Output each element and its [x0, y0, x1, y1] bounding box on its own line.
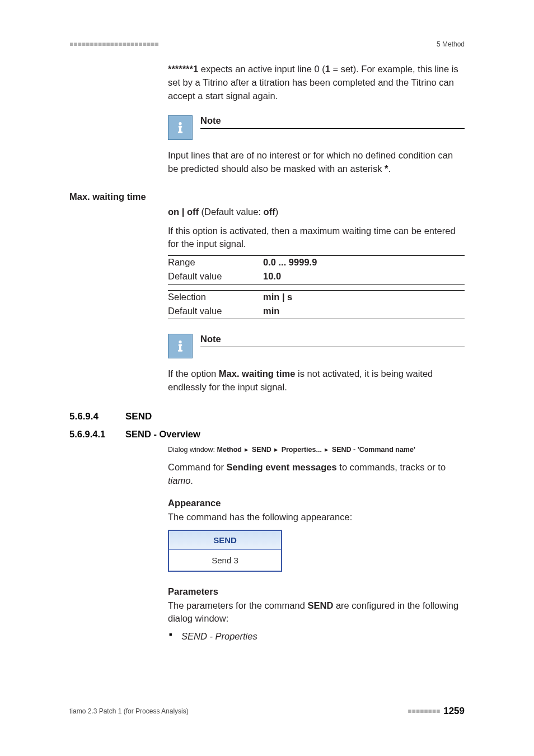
heading-send-ov: 5.6.9.4.1 SEND - Overview [69, 429, 465, 440]
cmdbox-top: SEND [169, 531, 281, 550]
spec1-k2: Default value [168, 271, 263, 282]
spec2-k2: Default value [168, 306, 263, 316]
note-block-2: Note If the option Max. waiting time is … [168, 334, 465, 394]
spec1-v2: 10.0 [263, 271, 465, 282]
svg-rect-7 [178, 350, 182, 352]
params-bullet-1: SEND - Properties [181, 631, 257, 641]
list-item: SEND - Properties [168, 630, 465, 643]
params-before: The parameters for the command [168, 600, 307, 610]
heading-send-num: 5.6.9.4 [69, 411, 125, 422]
triangle-icon: ▸ [274, 445, 278, 455]
note2-title: Note [200, 334, 465, 347]
maxwait-desc: If this option is activated, then a maxi… [168, 225, 465, 251]
svg-point-0 [179, 122, 181, 125]
maxwait-toggle: on | off [168, 207, 199, 217]
spec-table-selection: Selection min | s Default value min [168, 290, 465, 319]
maxwait-toggle-s1: (Default value: [199, 207, 264, 217]
send-command-box: SEND Send 3 [168, 530, 282, 572]
intro-text-1: expects an active input line 0 ( [198, 64, 325, 74]
svg-point-4 [179, 340, 181, 343]
send-desc-after: . [190, 475, 193, 486]
spec2-v1: min | s [263, 292, 465, 302]
cmdbox-bot: Send 3 [169, 550, 281, 571]
svg-rect-2 [179, 126, 181, 132]
intro-pattern: *******1 [168, 64, 198, 74]
footer-ornament: ■■■■■■■■ [407, 707, 440, 715]
dialog-p2: SEND [252, 446, 271, 454]
maxwait-toggle-s2: ) [275, 207, 279, 217]
maxwait-label: Max. waiting time [69, 192, 465, 202]
intro-paragraph: *******1 expects an active input line 0 … [168, 63, 465, 103]
svg-rect-3 [178, 131, 182, 133]
heading-send-title: SEND [125, 411, 152, 422]
page-number: 1259 [443, 706, 465, 717]
send-command-desc: Command for Sending event messages to co… [168, 461, 465, 488]
note1-body-after: . [388, 164, 391, 174]
footer-product: tiamo 2.3 Patch 1 (for Process Analysis) [69, 707, 189, 715]
parameters-desc: The parameters for the command SEND are … [168, 599, 465, 626]
maxwait-toggle-default: off [264, 207, 275, 217]
dialog-p4: SEND - 'Command name' [332, 446, 415, 454]
heading-send-ov-num: 5.6.9.4.1 [69, 429, 125, 440]
send-desc-before: Command for [168, 462, 227, 472]
note2-body: If the option Max. waiting time is not a… [168, 367, 465, 394]
dialog-p1: Method [217, 446, 242, 454]
maxwait-toggle-line: on | off (Default value: off) [168, 206, 465, 219]
parameters-list: SEND - Properties [168, 630, 465, 643]
spec1-v1: 0.0 ... 9999.9 [263, 257, 465, 268]
heading-send-ov-title: SEND - Overview [125, 429, 200, 440]
dialog-path: Dialog window: Method ▸ SEND ▸ Propertie… [168, 445, 465, 455]
note1-body: Input lines that are of no interest or f… [168, 149, 465, 176]
info-icon [168, 334, 193, 358]
parameters-heading: Parameters [168, 586, 465, 597]
header-ornament-left: ■■■■■■■■■■■■■■■■■■■■■■ [69, 40, 158, 48]
note2-bold: Max. waiting time [219, 368, 296, 379]
info-icon [168, 115, 193, 140]
params-bold: SEND [307, 600, 333, 610]
send-desc-mid: to commands, tracks or to [337, 462, 446, 472]
svg-rect-6 [179, 344, 181, 351]
header-section: 5 Method [437, 40, 465, 48]
send-desc-bold: Sending event messages [227, 462, 337, 472]
spec1-k1: Range [168, 257, 263, 268]
triangle-icon: ▸ [245, 445, 249, 455]
send-desc-ital: tiamo [168, 475, 190, 486]
note2-before: If the option [168, 368, 219, 379]
dialog-p3: Properties... [282, 446, 322, 454]
heading-send: 5.6.9.4 SEND [69, 411, 465, 422]
spec2-v2: min [263, 306, 465, 316]
spec-table-range: Range 0.0 ... 9999.9 Default value 10.0 [168, 255, 465, 284]
intro-one: 1 [325, 64, 330, 74]
dialog-label: Dialog window: [168, 446, 217, 454]
note-block-1: Note Input lines that are of no interest… [168, 115, 465, 176]
note1-title: Note [200, 115, 465, 129]
spec2-k1: Selection [168, 292, 263, 302]
appearance-desc: The command has the following appearance… [168, 511, 465, 524]
note1-body-before: Input lines that are of no interest or f… [168, 150, 453, 174]
appearance-heading: Appearance [168, 498, 465, 508]
triangle-icon: ▸ [325, 445, 329, 455]
